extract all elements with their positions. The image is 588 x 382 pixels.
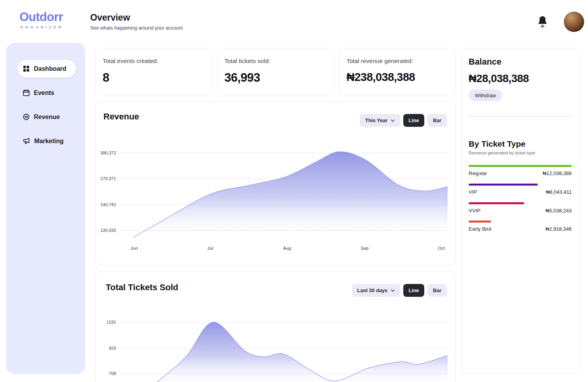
stat-label: Total events created: xyxy=(103,58,158,65)
ticket-type-row-vip: VIP ₦8,043,411 xyxy=(469,184,572,195)
y-axis-tick: 390,372 xyxy=(92,151,116,155)
y-axis-tick: 929 xyxy=(92,346,116,350)
page-title: Overview xyxy=(90,12,183,23)
tickets-filter-dropdown[interactable]: Last 30 days xyxy=(352,284,400,297)
revenue-chart-controls: This Year Line Bar xyxy=(360,114,447,127)
withdraw-button[interactable]: Withdraw xyxy=(469,89,502,101)
ticket-type-label: VVIP xyxy=(469,208,481,214)
ticket-type-label: VIP xyxy=(469,189,477,195)
stat-value: ₦238,038,388 xyxy=(346,71,415,84)
ticket-type-row-early-bird: Early Bird ₦2,918,346 xyxy=(469,221,572,232)
calendar-icon xyxy=(23,89,30,96)
user-avatar[interactable] xyxy=(564,12,584,32)
ticket-type-label: Early Bird xyxy=(469,226,492,232)
sidebar-item-revenue[interactable]: Revenue xyxy=(18,108,76,126)
stat-value: 8 xyxy=(103,71,109,85)
coin-icon xyxy=(23,114,30,120)
page-header: Overview See whats happening around your… xyxy=(90,12,183,31)
sidebar-item-label: Marketing xyxy=(34,138,64,145)
sidebar-item-label: Dashboard xyxy=(34,65,66,72)
ticket-type-bar xyxy=(469,221,491,223)
chevron-down-icon xyxy=(391,119,395,122)
y-axis-tick: 279,371 xyxy=(92,176,116,181)
revenue-chart-title: Revenue xyxy=(103,112,139,122)
stat-value: 36,993 xyxy=(224,71,260,85)
balance-panel: Balance ₦28,038,388 Withdraw By Ticket T… xyxy=(461,48,579,374)
divider xyxy=(469,116,572,117)
ticket-type-subtitle: Revenue generated by ticket type xyxy=(469,151,572,155)
revenue-filter-dropdown[interactable]: This Year xyxy=(360,114,400,127)
stat-card-tickets-sold: Total tickets sold: 36,993 xyxy=(217,48,334,96)
revenue-area-chart xyxy=(120,151,448,238)
y-axis-tick: 140,743 xyxy=(92,202,116,207)
notifications-button[interactable] xyxy=(535,14,550,29)
y-axis-tick: 130,033 xyxy=(92,228,116,233)
tickets-view-bar-button[interactable]: Bar xyxy=(427,284,447,297)
balance-value: ₦28,038,388 xyxy=(469,72,572,85)
logo-wordmark: Outdorr xyxy=(19,10,63,24)
ticket-type-bar xyxy=(469,165,572,167)
revenue-plot-area: 390,372 279,371 140,743 130,033 Jun Jul … xyxy=(120,151,448,238)
ticket-type-value: ₦12,038,388 xyxy=(543,170,572,176)
ticket-type-value: ₦8,043,411 xyxy=(546,189,572,195)
ticket-type-bar xyxy=(469,202,524,204)
x-axis-tick: Oct xyxy=(438,246,445,251)
ticket-type-bar xyxy=(469,184,538,186)
ticket-type-row-vvip: VVIP ₦5,038,243 xyxy=(469,202,572,214)
app-logo: Outdorr ORGANIZER xyxy=(19,10,63,29)
logo-subtitle: ORGANIZER xyxy=(20,25,63,29)
sidebar-item-label: Revenue xyxy=(34,114,60,121)
sidebar-item-marketing[interactable]: Marketing xyxy=(18,132,76,150)
tickets-area-chart xyxy=(120,317,448,382)
x-axis-tick: Aug xyxy=(283,246,291,251)
revenue-filter-value: This Year xyxy=(365,117,388,123)
tickets-plot-area: 1220 929 708 xyxy=(120,317,448,382)
ticket-type-label: Regular xyxy=(469,170,487,176)
page-subtitle: See whats happening around your account xyxy=(90,25,183,31)
sidebar-item-dashboard[interactable]: Dashboard xyxy=(18,60,76,77)
ticket-type-value: ₦2,918,346 xyxy=(546,226,572,232)
tickets-chart-title: Total Tickets Sold xyxy=(106,282,178,293)
balance-title: Balance xyxy=(469,57,572,67)
ticket-type-row-regular: Regular ₦12,038,388 xyxy=(469,165,572,176)
x-axis-tick: Jul xyxy=(207,246,213,251)
x-axis-tick: Jun xyxy=(131,246,138,251)
bell-icon xyxy=(537,15,548,28)
ticket-type-value: ₦5,038,243 xyxy=(546,208,572,214)
stat-card-revenue-generated: Total revenue generated: ₦238,038,388 xyxy=(339,48,456,96)
revenue-view-line-button[interactable]: Line xyxy=(403,114,425,127)
revenue-view-bar-button[interactable]: Bar xyxy=(427,114,447,127)
stat-label: Total tickets sold: xyxy=(224,58,270,65)
tickets-chart-card: Total Tickets Sold Last 30 days Line Bar… xyxy=(95,271,456,382)
chevron-down-icon xyxy=(391,289,395,292)
x-axis-tick: Sep xyxy=(360,246,368,251)
ticket-type-title: By Ticket Type xyxy=(469,139,572,149)
stat-label: Total revenue generated: xyxy=(346,58,413,65)
revenue-chart-card: Revenue This Year Line Bar 390,372 279,3… xyxy=(95,101,456,265)
y-axis-tick: 1220 xyxy=(92,320,116,324)
tickets-view-line-button[interactable]: Line xyxy=(403,284,425,297)
sidebar: Dashboard Events Revenue Marketing xyxy=(6,43,85,374)
y-axis-tick: 708 xyxy=(92,371,116,376)
sidebar-item-label: Events xyxy=(34,89,54,96)
tickets-chart-controls: Last 30 days Line Bar xyxy=(352,284,447,297)
sidebar-item-events[interactable]: Events xyxy=(18,84,76,102)
tickets-filter-value: Last 30 days xyxy=(357,287,388,293)
stat-card-events-created: Total events created: 8 xyxy=(95,48,212,96)
megaphone-icon xyxy=(23,138,30,144)
dashboard-grid-icon xyxy=(23,65,30,72)
